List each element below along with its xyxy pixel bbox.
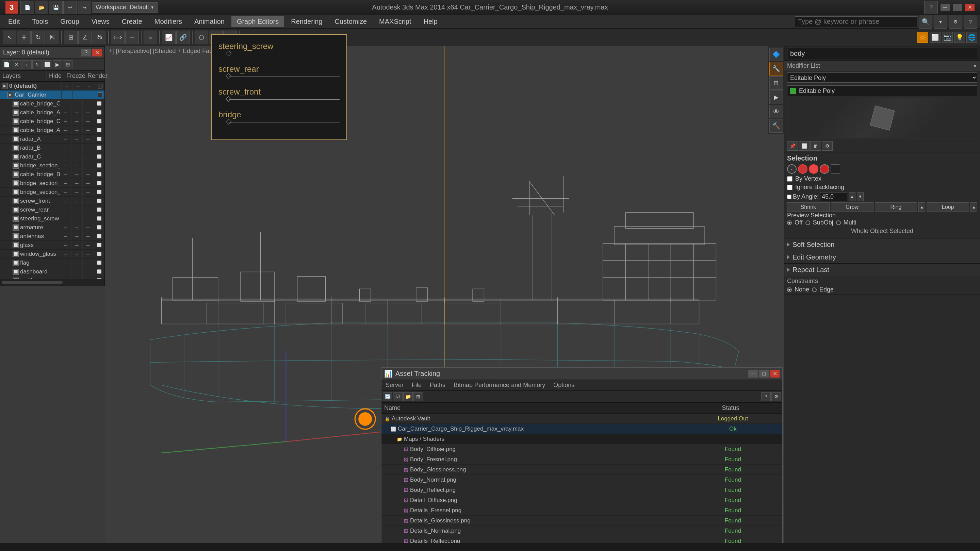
layer-item[interactable]: ▶Car_Carrier───	[0, 91, 105, 99]
layer-render-cell[interactable]: ⬜	[94, 214, 105, 223]
asset-list-item[interactable]: 🔒Autodesk VaultLogged Out	[382, 414, 782, 424]
asset-list-item[interactable]: 🖼Detail_Diffuse.pngFound	[382, 495, 782, 505]
layer-item[interactable]: ⬜armature───⬜	[0, 223, 105, 232]
angle-up-btn[interactable]: ▲	[849, 192, 856, 201]
layer-render-cell[interactable]: ⬜	[94, 126, 105, 134]
layer-action-cell[interactable]: ─	[82, 144, 93, 152]
workspace-dropdown[interactable]: Workspace: Default ▼	[92, 2, 158, 13]
layer-item[interactable]: ⬜flag───⬜	[0, 259, 105, 267]
layer-action-cell[interactable]: ─	[60, 100, 71, 108]
asset-list-item[interactable]: 🖼Details_Glossiness.pngFound	[382, 516, 782, 526]
asset-settings-btn[interactable]: ⚙	[772, 392, 781, 401]
asset-menu-server[interactable]: Server	[382, 380, 408, 390]
edit-geometry-header[interactable]: Edit Geometry	[784, 251, 980, 263]
layer-item[interactable]: ⬜window_glass───⬜	[0, 250, 105, 259]
layer-render-cell[interactable]: ⬜	[94, 118, 105, 125]
layer-action-cell[interactable]: ─	[82, 250, 93, 258]
layer-action-cell[interactable]: ─	[60, 224, 71, 232]
redo-btn[interactable]: ↪	[78, 1, 91, 14]
sidebar-utilities-btn[interactable]: 🔨	[769, 119, 783, 133]
layer-action-cell[interactable]: ─	[82, 126, 93, 134]
layer-render-cell[interactable]: ⬜	[94, 232, 105, 240]
sidebar-hierarchy-btn[interactable]: ⊞	[769, 76, 783, 90]
move-btn[interactable]: ✛	[17, 30, 30, 44]
layer-item[interactable]: ⬜dashboard───⬜	[0, 267, 105, 276]
layers-add-btn[interactable]: +	[22, 60, 32, 69]
rotate-btn[interactable]: ↻	[31, 30, 45, 44]
layer-action-cell[interactable]: ─	[71, 188, 82, 196]
layer-item[interactable]: ⬜radar_B───⬜	[0, 143, 105, 152]
menu-group[interactable]: Group	[55, 16, 85, 27]
menu-modifiers[interactable]: Modifiers	[149, 16, 188, 27]
sidebar-create-btn[interactable]: 🔷	[769, 48, 783, 61]
layer-item[interactable]: ▶0 (default)───	[0, 82, 105, 91]
layer-action-cell[interactable]: ─	[82, 197, 93, 205]
layer-render-cell[interactable]: ⬜	[94, 144, 105, 152]
layer-item[interactable]: ⬜bridge_section_C───⬜	[0, 161, 105, 170]
layers-delete-btn[interactable]: ✕	[12, 60, 21, 69]
layer-action-cell[interactable]: ─	[71, 268, 82, 276]
pin-stack-btn[interactable]: 📌	[787, 141, 798, 151]
layers-expand-btn[interactable]: ▶	[53, 60, 62, 69]
layer-action-cell[interactable]: ─	[60, 153, 71, 161]
layers-close-btn[interactable]: ✕	[92, 49, 102, 56]
grow-btn[interactable]: Grow	[831, 202, 873, 212]
layer-render-cell[interactable]: ⬜	[94, 197, 105, 205]
sel-dot-5[interactable]	[830, 164, 840, 174]
layer-action-cell[interactable]: ─	[60, 162, 71, 170]
search-help-btn[interactable]: ?	[964, 15, 977, 29]
asset-list-item[interactable]: ⬜Car_Carrier_Cargo_Ship_Rigged_max_vray.…	[382, 424, 782, 434]
soft-selection-header[interactable]: Soft Selection	[784, 238, 980, 251]
layer-action-cell[interactable]: ─	[71, 126, 82, 134]
layer-render-cell[interactable]: ⬜	[94, 170, 105, 179]
layer-action-cell[interactable]: ─	[82, 188, 93, 196]
constraint-none-radio[interactable]	[787, 287, 792, 292]
scale-btn[interactable]: ⇱	[46, 30, 59, 44]
layer-action-cell[interactable]: ─	[71, 100, 82, 108]
align-btn[interactable]: ⊣	[125, 30, 139, 44]
layer-action-cell[interactable]: ─	[71, 206, 82, 214]
snap-angle-btn[interactable]: ∠	[78, 30, 92, 44]
layer-item[interactable]: ⬜cable_bridge_C_left───⬜	[0, 117, 105, 126]
ring-up-btn[interactable]: ▲	[918, 202, 925, 212]
make-unique-btn[interactable]: ⬜	[799, 141, 810, 151]
modifier-list-dropdown[interactable]: Editable Poly	[787, 73, 977, 83]
layer-render-cell[interactable]	[95, 82, 105, 90]
viewport-global-btn[interactable]: 🌐	[966, 32, 977, 43]
curve-editor-btn[interactable]: 📈	[162, 30, 176, 44]
layer-render-cell[interactable]: ⬜	[94, 206, 105, 214]
minimize-btn[interactable]: ─	[940, 4, 950, 11]
asset-menu-options[interactable]: Options	[549, 380, 579, 390]
layer-item[interactable]: ⬜bridge_section_B───⬜	[0, 179, 105, 188]
layer-item[interactable]: ⬜antennas───⬜	[0, 232, 105, 241]
layer-render-cell[interactable]: ⬜	[94, 100, 105, 108]
layer-item[interactable]: ⬜steering_screw───⬜	[0, 214, 105, 223]
layer-action-cell[interactable]: ─	[82, 224, 93, 232]
layer-action-cell[interactable]: ─	[60, 232, 71, 240]
layer-action-cell[interactable]: ─	[71, 108, 82, 117]
snap-btn[interactable]: ⊞	[64, 30, 78, 44]
angle-value-input[interactable]	[820, 192, 847, 201]
layer-action-cell[interactable]: ─	[60, 206, 71, 214]
layer-action-cell[interactable]: ─	[61, 82, 72, 90]
asset-toggle-btn[interactable]: ☑	[393, 392, 402, 401]
sel-dot-1[interactable]: ·	[787, 164, 797, 174]
asset-refresh-btn[interactable]: 🔄	[383, 392, 392, 401]
layer-item[interactable]: ⬜screw_rear───⬜	[0, 205, 105, 214]
asset-list-item[interactable]: 🖼Details_Normal.pngFound	[382, 526, 782, 536]
layer-action-cell[interactable]: ─	[60, 170, 71, 179]
asset-list-item[interactable]: 🖼Body_Normal.pngFound	[382, 475, 782, 485]
layer-action-cell[interactable]: ─	[82, 179, 93, 187]
menu-graph-editors[interactable]: Graph Editors	[231, 16, 284, 27]
layers-highlight-btn[interactable]: ⬜	[43, 60, 52, 69]
layer-action-cell[interactable]: ─	[82, 214, 93, 223]
asset-list-item[interactable]: 🖼Body_Reflect.pngFound	[382, 485, 782, 495]
layer-action-cell[interactable]: ─	[82, 100, 93, 108]
search-settings-btn[interactable]: ⚙	[949, 15, 962, 29]
layer-action-cell[interactable]: ─	[84, 82, 95, 90]
layer-render-cell[interactable]: ⬜	[94, 162, 105, 170]
asset-tracking-minimize-btn[interactable]: ─	[748, 370, 758, 378]
menu-create[interactable]: Create	[116, 16, 148, 27]
layer-render-cell[interactable]: ⬜	[94, 108, 105, 117]
layer-action-cell[interactable]: ─	[82, 241, 93, 249]
